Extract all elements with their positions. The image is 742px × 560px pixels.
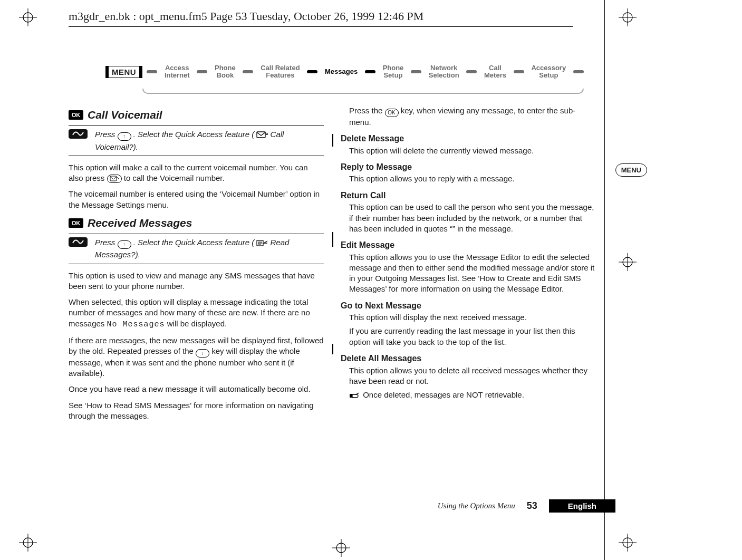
body-paragraph: If there are messages, the new messages … <box>69 335 324 379</box>
sub-delete-message: Delete Message <box>341 133 596 144</box>
ribbon-item-network-selection: Network Selection <box>426 64 462 79</box>
quick-access-box: Press ↑ . Select the Quick Access featur… <box>69 234 324 264</box>
envelope-key-icon <box>107 175 122 183</box>
note-hand-icon <box>349 391 361 402</box>
side-menu-tab: MENU <box>615 163 647 177</box>
ok-badge-icon: OK <box>69 110 83 120</box>
ribbon-sep-icon <box>243 70 253 73</box>
body-paragraph: This option will delete the currently vi… <box>349 146 596 156</box>
ribbon-sep-icon <box>365 70 375 73</box>
ribbon-sep-icon <box>514 70 524 73</box>
ribbon-sep-icon <box>573 70 584 73</box>
sub-edit-message: Edit Message <box>341 239 596 251</box>
menu-root-pill: MENU <box>105 66 142 78</box>
left-column: OK Call Voicemail Press ↑ . Select the Q… <box>69 105 324 427</box>
body-paragraph: See ‘How to Read SMS Messages’ for more … <box>69 400 324 422</box>
sub-return-call: Return Call <box>341 190 596 201</box>
body-paragraph: This option is used to view and manage a… <box>69 271 324 292</box>
svg-rect-19 <box>110 176 117 181</box>
sub-go-to-next-message: Go to Next Message <box>341 300 596 312</box>
body-paragraph: This option allows you to delete all rec… <box>349 365 596 387</box>
body-paragraph: Once you have read a new message it will… <box>69 384 324 394</box>
body-paragraph: This option allows you to reply with a m… <box>349 173 596 184</box>
voicemail-envelope-icon <box>256 131 268 141</box>
quick-access-box: Press ↑ . Select the Quick Access featur… <box>69 125 324 156</box>
crop-mark-icon <box>19 534 37 552</box>
ok-badge-icon: OK <box>69 218 83 228</box>
crop-mark-icon <box>619 534 637 552</box>
ribbon-item-messages: Messages <box>322 68 361 75</box>
running-header: m3gdr_en.bk : opt_menu.fm5 Page 53 Tuesd… <box>69 9 573 27</box>
sub-delete-all-messages: Delete All Messages <box>341 353 596 364</box>
svg-rect-18 <box>257 132 265 138</box>
ribbon-item-phone-book: Phone Book <box>211 64 239 79</box>
up-key-icon: ↑ <box>118 240 131 249</box>
qa-text: . Select the Quick Access feature ( <box>133 238 255 247</box>
change-bar-icon <box>332 344 333 354</box>
body-paragraph: This option will display the next receiv… <box>349 312 596 323</box>
ribbon-sep-icon <box>411 70 421 73</box>
crop-mark-icon <box>619 253 637 271</box>
ribbon-item-phone-setup: Phone Setup <box>380 64 407 79</box>
change-bar-icon <box>332 134 333 147</box>
crop-mark-icon <box>332 539 350 557</box>
menu-breadcrumb-ribbon: MENU Access Internet Phone Book Call Rel… <box>105 55 584 89</box>
body-paragraph: Press the OK key, when viewing any messa… <box>349 105 596 128</box>
section-title: Call Voicemail <box>88 108 162 122</box>
down-key-icon: ↓ <box>196 349 209 358</box>
sub-reply-to-message: Reply to Message <box>341 161 596 173</box>
crop-mark-icon <box>19 8 37 26</box>
ribbon-item-call-meters: Call Meters <box>481 64 509 79</box>
note-paragraph: Once deleted, messages are NOT retrievab… <box>349 390 596 402</box>
body-paragraph: This option can be used to call the pers… <box>349 202 596 234</box>
body-paragraph: When selected, this option will display … <box>69 297 324 330</box>
ribbon-item-accessory-setup: Accessory Setup <box>528 64 569 79</box>
body-paragraph: If you are currently reading the last me… <box>349 326 596 347</box>
ok-key-icon: OK <box>385 109 399 117</box>
menu-items: Access Internet Phone Book Call Related … <box>147 64 584 79</box>
ribbon-sep-icon <box>466 70 477 73</box>
qa-text: Press <box>95 130 118 139</box>
footer-chapter: Using the Options Menu <box>438 501 515 510</box>
ribbon-underline <box>142 89 584 94</box>
quick-access-icon <box>69 129 88 139</box>
up-key-icon: ↑ <box>118 132 131 141</box>
body-paragraph: This option will make a call to the curr… <box>69 162 324 184</box>
ribbon-sep-icon <box>307 70 317 73</box>
change-bar-icon <box>332 232 333 247</box>
crop-mark-icon <box>619 8 637 26</box>
page-body: OK Call Voicemail Press ↑ . Select the Q… <box>69 105 596 427</box>
ribbon-item-access-internet: Access Internet <box>161 64 193 79</box>
svg-rect-24 <box>350 394 352 398</box>
cut-line <box>604 0 605 560</box>
section-call-voicemail: OK Call Voicemail <box>69 108 324 122</box>
section-title: Received Messages <box>88 216 192 230</box>
lcd-text: No Messages <box>107 320 165 329</box>
read-messages-icon <box>256 239 268 249</box>
ribbon-item-call-related-features: Call Related Features <box>257 64 303 79</box>
qa-text: Press <box>95 238 118 247</box>
qa-text: . Select the Quick Access feature ( <box>133 130 255 139</box>
right-column: Press the OK key, when viewing any messa… <box>341 105 596 427</box>
quick-access-icon <box>69 237 88 247</box>
ribbon-sep-icon <box>197 70 207 73</box>
page-footer: Using the Options Menu 53 English <box>69 499 615 513</box>
body-paragraph: This option allows you to use the Messag… <box>349 252 596 295</box>
footer-language-badge: English <box>549 499 615 513</box>
section-received-messages: OK Received Messages <box>69 216 324 230</box>
ribbon-sep-icon <box>147 70 157 73</box>
footer-page-number: 53 <box>527 500 537 511</box>
body-paragraph: The voicemail number is entered using th… <box>69 189 324 210</box>
